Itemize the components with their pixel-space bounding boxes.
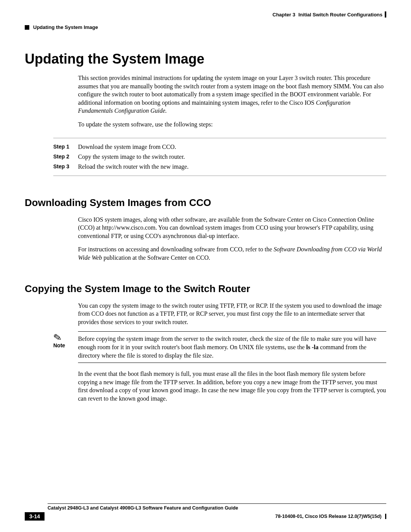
note-block: ✎ Note Before copying the system image f… [53,331,386,363]
steps-block: Step 1 Download the system image from CC… [53,138,386,176]
cco-p2-a: For instructions on accessing and downlo… [78,246,274,252]
page-footer: Catalyst 2948G-L3 and Catalyst 4908G-L3 … [25,503,386,521]
step-row: Step 1 Download the system image from CC… [53,144,386,150]
release-text: 78-10408-01, Cisco IOS Release 12.0(7)W5… [275,514,381,519]
step-label: Step 3 [53,163,78,170]
heading-2-cco: Downloading System Images from CCO [25,197,386,209]
footer-guide-title: Catalyst 2948G-L3 and Catalyst 4908G-L3 … [48,505,386,511]
chapter-label: Chapter 3 [272,12,295,18]
step-text: Reload the switch router with the new im… [78,163,189,170]
note-command: ls -la [306,344,319,350]
chapter-title: Initial Switch Router Configurations [298,12,382,18]
step-text: Download the system image from CCO. [78,144,176,150]
note-body: Before copying the system image from the… [78,331,386,363]
cco-p2-c: publication at the Software Center on CC… [102,254,210,261]
copy-paragraph-2: In the event that the boot flash memory … [78,370,386,403]
heading-2-copy: Copying the System Image to the Switch R… [25,283,386,295]
step-label: Step 2 [53,153,78,160]
cco-paragraph-1: Cisco IOS system images, along with othe… [78,216,386,240]
page-header: Chapter 3 Initial Switch Router Configur… [25,11,386,18]
step-label: Step 1 [53,144,78,150]
section-title: Updating the System Image [33,24,98,30]
step-text: Copy the system image to the switch rout… [78,153,185,160]
copy-paragraph-1: You can copy the system image to the swi… [78,302,386,326]
step-row: Step 2 Copy the system image to the swit… [53,153,386,160]
intro-paragraph-2: To update the system software, use the f… [78,120,386,129]
heading-1: Updating the System Image [25,51,386,67]
header-bar [385,11,386,18]
release-info: 78-10408-01, Cisco IOS Release 12.0(7)W5… [275,514,386,519]
pencil-icon: ✎ [53,329,79,343]
step-row: Step 3 Reload the switch router with the… [53,163,386,170]
cco-paragraph-2: For instructions on accessing and downlo… [78,245,386,262]
page-number: 3-14 [25,512,45,521]
section-crumb: Updating the System Image [25,24,386,30]
square-bullet-icon [25,25,29,30]
footer-rule [48,503,386,504]
footer-bar [385,514,386,519]
intro-paragraph: This section provides minimal instructio… [78,74,386,115]
